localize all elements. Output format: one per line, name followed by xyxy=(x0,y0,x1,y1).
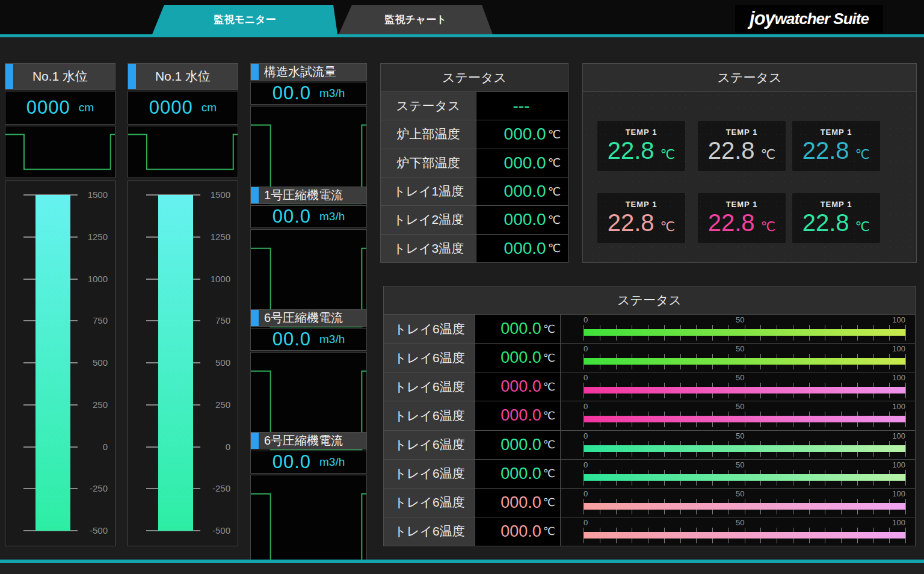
value-display: 0000 cm xyxy=(5,91,116,125)
tab-chart[interactable]: 監視チャート xyxy=(339,5,493,34)
panel-title: 6号圧縮機電流 xyxy=(264,310,343,326)
value-number: 000.0 xyxy=(500,348,541,367)
temp-tile-unit: ℃ xyxy=(661,147,676,162)
tray-row-bar-gauge: 0 50 100 xyxy=(561,372,915,401)
tray-row-bar-gauge: 0 50 100 xyxy=(561,344,915,372)
temp-tile-label: TEMP 1 xyxy=(626,200,658,209)
tray-temperature-panel: ステータス トレイ6温度 000.0 ℃ 0 50 100 トレイ6温度 000… xyxy=(383,286,916,546)
value-unit: ℃ xyxy=(548,185,561,199)
scale-max: 100 xyxy=(892,344,905,353)
value-unit: ℃ xyxy=(543,351,555,365)
bar-scale-labels: 0 50 100 xyxy=(584,489,905,498)
value-display: 00.0 m3/h xyxy=(250,205,367,228)
temp-tile-value: 22.8 xyxy=(802,137,849,164)
value-number: 000.0 xyxy=(504,239,546,258)
value-unit: cm xyxy=(202,101,217,114)
flow-panel: 6号圧縮機電流 00.0 m3/h xyxy=(250,309,367,424)
value-number: 000.0 xyxy=(504,210,546,229)
temp-tile-unit: ℃ xyxy=(761,147,776,162)
temp-tile-value: 22.8 xyxy=(608,209,654,236)
tray-row-label: トレイ6温度 xyxy=(384,372,475,401)
scale-mid: 50 xyxy=(736,344,744,353)
panel-header: 構造水試流量 xyxy=(250,63,367,81)
temp-tile-label: TEMP 1 xyxy=(821,128,852,137)
accent-strip xyxy=(251,310,259,326)
value-number: 00.0 xyxy=(273,451,311,473)
tray-row-label: トレイ6温度 xyxy=(384,401,475,430)
status-row-value: --- xyxy=(476,92,568,120)
value-unit: ℃ xyxy=(543,467,555,480)
value-display: 00.0 m3/h xyxy=(250,451,367,474)
vertical-bar-gauge: 1500125010007505002500-250-500 xyxy=(128,181,238,546)
trend-sparkline xyxy=(5,126,116,178)
gauge-tick-label: 1000 xyxy=(202,274,230,284)
status-row-label: 炉下部温度 xyxy=(381,149,476,177)
temp-tile-value: 22.8 xyxy=(708,209,755,236)
accent-strip xyxy=(251,187,259,203)
scale-min: 0 xyxy=(584,460,588,469)
gauge-tick-label: 1250 xyxy=(79,232,108,242)
status-row-label: トレイ1温度 xyxy=(381,177,476,205)
value-number: 000.0 xyxy=(500,436,541,454)
tray-row-value: 000.0 ℃ xyxy=(475,372,560,401)
panel-header: 6号圧縮機電流 xyxy=(250,309,367,327)
gauge-tick-label: -500 xyxy=(79,525,108,535)
tab-monitor[interactable]: 監視モニター xyxy=(152,5,337,34)
temp-tile: TEMP 1 22.8 ℃ xyxy=(792,121,880,171)
accent-strip xyxy=(128,64,136,89)
scale-min: 0 xyxy=(584,402,588,411)
temperature-panel-title: ステータス xyxy=(583,64,916,91)
gauge-tick-label: 1500 xyxy=(79,190,108,200)
value-number: --- xyxy=(513,96,530,116)
scale-min: 0 xyxy=(584,518,588,527)
bar-fill xyxy=(584,416,905,422)
status-row-label: 炉上部温度 xyxy=(381,120,476,148)
value-unit: m3/h xyxy=(319,455,345,469)
scale-mid: 50 xyxy=(736,518,744,527)
temp-tile-label: TEMP 1 xyxy=(821,200,852,209)
temp-tile-label: TEMP 1 xyxy=(726,128,758,137)
value-unit: m3/h xyxy=(319,210,345,223)
tray-row-label: トレイ6温度 xyxy=(384,344,475,372)
tray-row-label: トレイ6温度 xyxy=(384,489,475,517)
tray-row-label: トレイ6温度 xyxy=(384,315,475,343)
status-row-value: 000.0 ℃ xyxy=(476,235,568,262)
scale-min: 0 xyxy=(584,315,588,324)
scale-max: 100 xyxy=(892,373,905,382)
status-row-label: ステータス xyxy=(381,92,476,120)
value-number: 000.0 xyxy=(500,493,541,512)
tray-row-value: 000.0 ℃ xyxy=(475,517,560,546)
value-unit: ℃ xyxy=(543,525,555,538)
value-display: 00.0 m3/h xyxy=(250,82,367,105)
logo-suite: Suite xyxy=(830,10,869,28)
value-unit: m3/h xyxy=(319,87,345,100)
bar-fill xyxy=(584,358,905,365)
scale-min: 0 xyxy=(584,489,588,498)
value-unit: ℃ xyxy=(543,380,555,393)
temp-tile-label: TEMP 1 xyxy=(726,200,758,209)
gauge-tick-label: 1250 xyxy=(202,232,230,242)
scale-mid: 50 xyxy=(736,431,744,440)
status-row-value: 000.0 ℃ xyxy=(476,120,568,148)
bar-fill xyxy=(584,387,905,393)
status-table: ステータス ステータス --- 炉上部温度 000.0 ℃ 炉下部温度 000.… xyxy=(380,63,568,263)
value-display: 0000 cm xyxy=(128,91,238,125)
temp-tile: TEMP 1 22.8 ℃ xyxy=(792,193,880,243)
value-unit: ℃ xyxy=(543,496,555,509)
scale-min: 0 xyxy=(584,373,588,382)
status-row-value: 000.0 ℃ xyxy=(476,206,568,233)
bar-scale-labels: 0 50 100 xyxy=(584,315,905,324)
tray-row-value: 000.0 ℃ xyxy=(475,460,560,488)
value-number: 000.0 xyxy=(504,182,546,201)
bar-scale-labels: 0 50 100 xyxy=(584,431,905,440)
bar-scale-labels: 0 50 100 xyxy=(584,402,905,411)
temp-tile: TEMP 1 22.8 ℃ xyxy=(698,121,786,171)
tray-row-bar-gauge: 0 50 100 xyxy=(561,460,915,488)
panel-title: 1号圧縮機電流 xyxy=(264,187,343,203)
header-accent-rule xyxy=(0,34,924,37)
tray-row-value: 000.0 ℃ xyxy=(475,344,560,372)
temperature-panel-body: TEMP 1 22.8 ℃ TEMP 1 22.8 ℃ TEMP 1 xyxy=(583,92,916,262)
bar-fill xyxy=(584,503,905,510)
water-level-panel: No.1 水位 0000 cm 1500125010007505002500-2… xyxy=(128,63,238,546)
temp-tile: TEMP 1 22.8 ℃ xyxy=(597,193,685,243)
